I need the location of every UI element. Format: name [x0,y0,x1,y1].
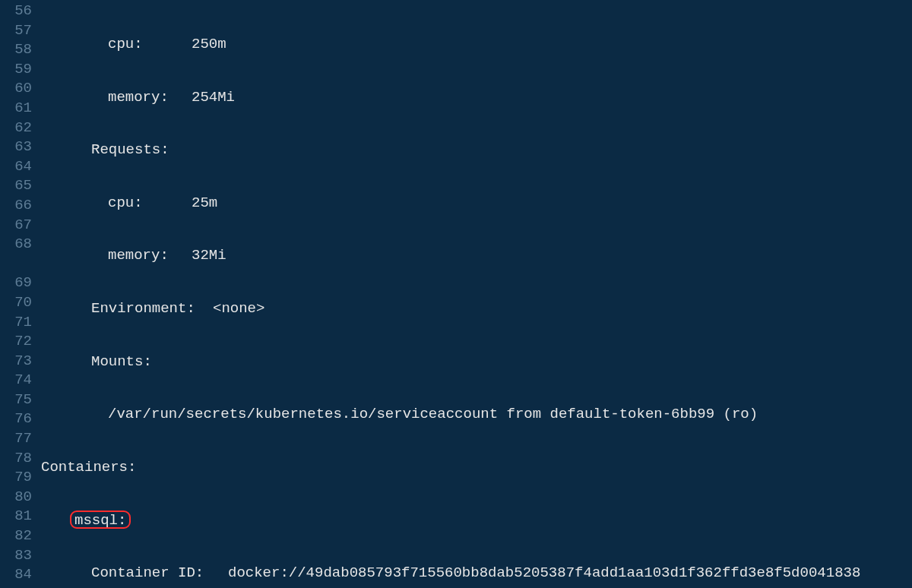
line-number: 84 [0,565,41,585]
line-number: 77 [0,429,41,449]
highlighted-container-name: mssql: [70,511,131,529]
code-line: Mounts: [41,352,912,372]
section-label: Mounts: [91,353,152,370]
line-number: 57 [0,21,41,41]
kv-value: docker://49dab085793f715560bb8dab5205387… [228,564,860,581]
line-number: 74 [0,371,41,390]
line-number: 66 [0,196,41,216]
line-number-gutter: 56 57 58 59 60 61 62 63 64 65 66 67 68 6… [0,0,41,588]
line-number: 62 [0,119,41,138]
line-number: 71 [0,313,41,333]
code-line: mssql: [41,511,912,530]
code-content[interactable]: cpu:250m memory:254Mi Requests: cpu:25m … [41,0,912,588]
line-number: 79 [0,468,41,488]
section-label: Requests: [91,141,169,158]
kv-value: 254Mi [192,89,235,106]
code-line: Containers: [41,458,912,478]
line-number: 82 [0,526,41,546]
line-number: 59 [0,60,41,80]
kv-value: 32Mi [192,247,226,264]
kv-label: cpu: [108,35,192,55]
code-line: Environment:<none> [41,299,912,319]
line-number: 65 [0,176,41,196]
kv-label: memory: [108,246,192,266]
code-editor[interactable]: 56 57 58 59 60 61 62 63 64 65 66 67 68 6… [0,0,912,588]
code-line: Container ID:docker://49dab085793f715560… [41,564,912,583]
line-number: 75 [0,390,41,410]
line-number: 73 [0,352,41,371]
line-number: 61 [0,99,41,119]
line-number: 60 [0,79,41,99]
line-number: 56 [0,2,41,21]
line-number: 64 [0,157,41,177]
code-line: memory:254Mi [41,88,912,108]
line-number: 68 [0,235,41,273]
kv-value: 250m [192,36,226,52]
kv-value: 25m [192,194,217,211]
kv-label: memory: [108,88,192,108]
line-number: 78 [0,449,41,469]
line-number: 81 [0,507,41,526]
code-line: memory:32Mi [41,246,912,266]
kv-label: cpu: [108,194,192,213]
code-line: /var/run/secrets/kubernetes.io/serviceac… [41,405,912,425]
code-line: cpu:25m [41,194,912,213]
line-number: 76 [0,409,41,429]
line-number: 85 [0,585,41,588]
line-number: 80 [0,488,41,507]
line-number: 72 [0,332,41,352]
line-number: 70 [0,293,41,313]
code-line: cpu:250m [41,35,912,55]
kv-label: Container ID: [91,564,228,583]
line-number: 63 [0,138,41,157]
kv-value: <none> [213,300,264,317]
code-line: Requests: [41,141,912,160]
section-label: Containers: [41,459,136,476]
line-number: 83 [0,546,41,566]
kv-label: Environment: [91,299,213,319]
line-number: 67 [0,216,41,236]
mount-path: /var/run/secrets/kubernetes.io/serviceac… [108,406,758,422]
line-number: 69 [0,273,41,293]
line-number: 58 [0,40,41,60]
